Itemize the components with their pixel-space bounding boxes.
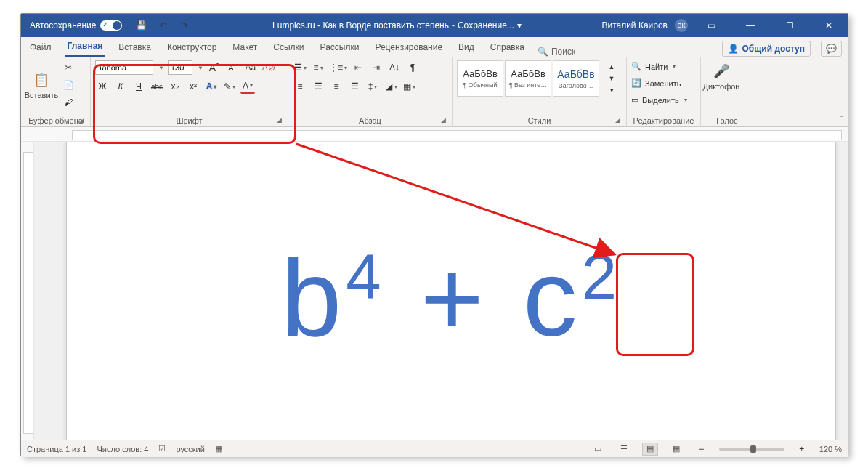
collapse-ribbon-icon[interactable]: ˆ xyxy=(840,115,843,124)
proofing-icon[interactable]: ☑ xyxy=(158,444,166,453)
print-layout-icon[interactable]: ▤ xyxy=(642,443,658,456)
borders-button[interactable]: ▦▾ xyxy=(402,79,416,94)
word-count[interactable]: Число слов: 4 xyxy=(97,445,148,453)
dictate-button[interactable]: 🎤 Диктофон xyxy=(705,60,737,92)
show-marks-button[interactable]: ¶ xyxy=(405,60,420,75)
autosave-label: Автосохранение xyxy=(30,20,96,31)
comments-button[interactable]: 💬 xyxy=(821,41,842,57)
save-icon[interactable]: 💾 xyxy=(134,18,148,33)
clipboard-launcher-icon[interactable]: ◢ xyxy=(79,116,84,124)
increase-indent-button[interactable]: ⇥ xyxy=(369,60,384,75)
para-launcher-icon[interactable]: ◢ xyxy=(441,116,446,124)
group-clipboard: 📋 Вставить ✂ 📄 🖌 Буфер обмена◢ xyxy=(21,57,91,126)
clear-format-button[interactable]: A⊘ xyxy=(261,60,276,75)
font-color-button[interactable]: A▾ xyxy=(240,79,255,94)
ribbon-display-icon[interactable]: ▭ xyxy=(695,14,727,37)
tab-layout[interactable]: Макет xyxy=(230,38,260,57)
mic-icon: 🎤 xyxy=(712,62,731,81)
styles-down-icon[interactable]: ▼ xyxy=(604,73,619,84)
cut-icon[interactable]: ✂ xyxy=(61,60,76,75)
document-text: b4 + c2 xyxy=(281,243,621,352)
line-spacing-button[interactable]: ‡▾ xyxy=(365,79,380,94)
format-painter-icon[interactable]: 🖌 xyxy=(61,95,76,110)
font-name-input[interactable] xyxy=(95,60,153,75)
ribbon: 📋 Вставить ✂ 📄 🖌 Буфер обмена◢ ▼ ▼ xyxy=(21,57,848,127)
shading-button[interactable]: ◪▾ xyxy=(384,79,398,94)
replace-button[interactable]: 🔄 Заменить xyxy=(631,77,696,89)
share-button[interactable]: 👤 Общий доступ xyxy=(722,41,811,57)
language[interactable]: русский xyxy=(176,445,204,453)
tab-design[interactable]: Конструктор xyxy=(164,38,219,57)
highlight-button[interactable]: ✎▾ xyxy=(222,79,237,94)
status-bar: Страница 1 из 1 Число слов: 4 ☑ русский … xyxy=(21,440,848,457)
subscript-button[interactable]: x₂ xyxy=(168,79,182,94)
style-heading1[interactable]: АаБбВвЗаголово… xyxy=(553,60,599,97)
zoom-level[interactable]: 120 % xyxy=(819,445,842,453)
page[interactable]: b4 + c2 xyxy=(66,142,836,440)
group-paragraph: ☰▾ ≡▾ ⋮≡▾ ⇤ ⇥ A↓ ¶ ≡ ☰ ≡ ☰ ‡▾ ◪▾ ▦▾ xyxy=(288,57,453,126)
find-button[interactable]: 🔍 Найти▾ xyxy=(631,60,696,73)
bold-button[interactable]: Ж xyxy=(95,79,110,94)
tab-mailings[interactable]: Рассылки xyxy=(317,38,362,57)
multilevel-button[interactable]: ⋮≡▾ xyxy=(329,60,347,75)
user-avatar[interactable]: ВК xyxy=(675,19,688,32)
tab-review[interactable]: Рецензирование xyxy=(372,38,445,57)
focus-mode-icon[interactable]: ▭ xyxy=(590,443,606,456)
tab-home[interactable]: Главная xyxy=(65,36,106,57)
align-right-button[interactable]: ≡ xyxy=(329,79,344,94)
numbering-button[interactable]: ≡▾ xyxy=(311,60,325,75)
web-layout-icon[interactable]: ▦ xyxy=(668,443,684,456)
style-no-spacing[interactable]: АаБбВв¶ Без инте… xyxy=(505,60,551,97)
bullets-button[interactable]: ☰▾ xyxy=(293,60,307,75)
group-voice: 🎤 Диктофон Голос xyxy=(701,57,753,126)
align-center-button[interactable]: ☰ xyxy=(311,79,325,94)
styles-more-icon[interactable]: ▾ xyxy=(604,85,619,96)
superscript-button[interactable]: x² xyxy=(186,79,200,94)
search-box[interactable]: 🔍 Поиск xyxy=(538,47,575,57)
tab-help[interactable]: Справка xyxy=(487,38,527,57)
grow-font-button[interactable]: Aˆ xyxy=(207,60,222,75)
style-normal[interactable]: АаБбВв¶ Обычный xyxy=(457,60,503,97)
user-name: Виталий Каиров xyxy=(601,20,668,31)
maximize-icon[interactable]: ☐ xyxy=(774,14,806,37)
tab-references[interactable]: Ссылки xyxy=(270,38,307,57)
redo-icon[interactable]: ↷ xyxy=(177,18,192,33)
zoom-out-button[interactable]: − xyxy=(694,442,709,456)
shrink-font-button[interactable]: Aˇ xyxy=(225,60,240,75)
group-editing: 🔍 Найти▾ 🔄 Заменить ▭ Выделить▾ Редактир… xyxy=(627,57,701,126)
horizontal-ruler[interactable] xyxy=(21,127,848,142)
vertical-ruler[interactable] xyxy=(21,142,34,440)
read-mode-icon[interactable]: ☰ xyxy=(616,443,632,456)
font-size-input[interactable] xyxy=(168,60,192,75)
undo-icon[interactable]: ↶ xyxy=(155,18,170,33)
underline-button[interactable]: Ч xyxy=(131,79,146,94)
text-effects-button[interactable]: A▾ xyxy=(204,79,219,94)
strike-button[interactable]: abc xyxy=(150,79,164,94)
italic-button[interactable]: К xyxy=(113,79,128,94)
zoom-in-button[interactable]: + xyxy=(795,442,809,456)
tab-file[interactable]: Файл xyxy=(27,38,54,57)
tab-insert[interactable]: Вставка xyxy=(115,38,154,57)
font-launcher-icon[interactable]: ◢ xyxy=(277,116,282,124)
close-icon[interactable]: ✕ xyxy=(813,14,845,37)
tab-view[interactable]: Вид xyxy=(455,38,477,57)
group-font: ▼ ▼ Aˆ Aˇ Aa A⊘ Ж К Ч abc x₂ x² A▾ ✎▾ A▾ xyxy=(91,57,288,126)
change-case-button[interactable]: Aa xyxy=(243,60,258,75)
styles-up-icon[interactable]: ▲ xyxy=(604,62,619,73)
align-left-button[interactable]: ≡ xyxy=(293,79,307,94)
copy-icon[interactable]: 📄 xyxy=(61,78,76,92)
justify-button[interactable]: ☰ xyxy=(347,79,362,94)
minimize-icon[interactable]: — xyxy=(734,14,766,37)
autosave-toggle[interactable]: Автосохранение xyxy=(30,20,122,31)
clipboard-icon: 📋 xyxy=(32,70,51,89)
page-count[interactable]: Страница 1 из 1 xyxy=(27,445,86,453)
toggle-icon xyxy=(100,20,122,31)
styles-launcher-icon[interactable]: ◢ xyxy=(615,116,620,124)
zoom-slider[interactable] xyxy=(719,448,784,451)
select-button[interactable]: ▭ Выделить▾ xyxy=(631,94,696,106)
decrease-indent-button[interactable]: ⇤ xyxy=(351,60,365,75)
paste-button[interactable]: 📋 Вставить xyxy=(25,69,57,101)
document-title-left: Lumpics.ru - Как в Ворде поставить степе… xyxy=(272,20,449,31)
macro-icon[interactable]: ▦ xyxy=(215,444,222,453)
sort-button[interactable]: A↓ xyxy=(387,60,402,75)
